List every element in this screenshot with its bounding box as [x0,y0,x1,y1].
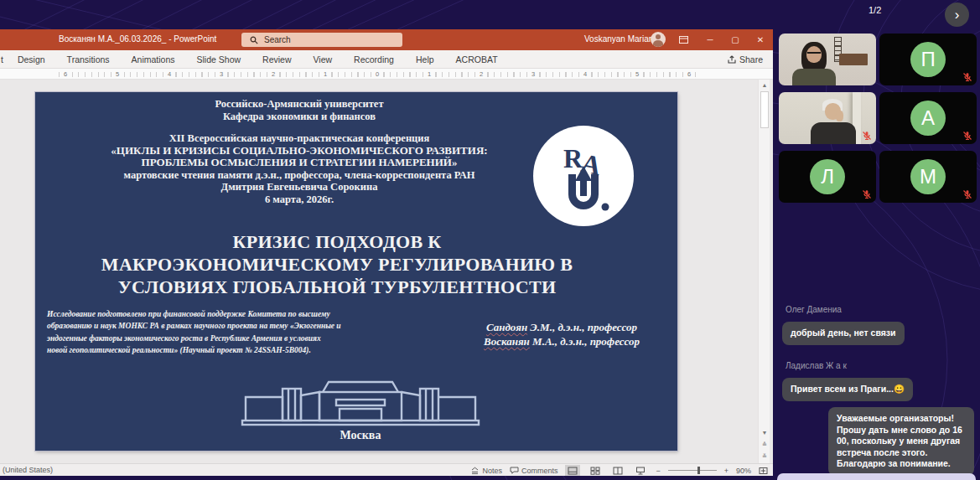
scroll-down-icon[interactable]: ▼ [759,427,770,438]
tab-insert-partial[interactable]: t [0,50,7,69]
horizontal-ruler[interactable]: 6 5 4 3 2 1 0 1 2 3 4 5 6 [0,69,773,80]
tab-help[interactable]: Help [405,50,445,69]
participant-initial: Л [810,159,845,194]
conference-line: ПРОБЛЕМЫ ОСМЫСЛЕНИЯ И СТРАТЕГИИ НАМЕРЕНИ… [35,157,563,169]
next-slide-icon[interactable]: ≚ [759,451,770,462]
document-title: Восканян М.А._06.03.2026_ - PowerPoint [59,34,216,44]
chat-input[interactable] [777,473,976,480]
notes-icon [470,467,480,474]
slide-sorter-icon [590,467,600,475]
zoom-slider-thumb[interactable] [697,467,700,474]
minimize-button[interactable]: ─ [697,29,723,50]
muted-mic-icon [862,131,872,141]
tab-acrobat[interactable]: ACROBAT [445,50,509,69]
normal-view-button[interactable] [565,465,580,476]
reading-view-button[interactable] [610,465,625,476]
account-name[interactable]: Voskanyan Mariam [584,34,656,44]
account-avatar[interactable] [651,32,666,47]
ribbon-display-options-button[interactable] [671,29,696,50]
participant-initial: П [910,42,946,77]
department-name: Кафедра экономики и финансов [35,111,563,123]
slide-show-icon [635,467,646,475]
meeting-panel: 1/2 › П [773,0,980,480]
zoom-slider[interactable] [668,470,717,471]
tab-review[interactable]: Review [251,50,302,69]
ribbon-tab-bar: t Design Transitions Animations Slide Sh… [0,50,773,69]
slide-header-block: Российско-Армянский университет Кафедра … [35,98,563,205]
conference-line: «ЦИКЛЫ И КРИЗИСЫ СОЦИАЛЬНО-ЭКОНОМИЧЕСКОГ… [35,145,563,157]
language-indicator[interactable]: (United States) [3,466,53,474]
search-input[interactable]: Search [241,33,402,47]
search-placeholder: Search [264,35,291,44]
gallery-page-indicator: 1/2 [869,5,881,15]
previous-slide-icon[interactable]: ≙ [759,439,770,450]
zoom-out-button[interactable]: − [656,467,660,475]
muted-mic-icon [962,189,972,199]
author-line: Сандоян Э.М., д.э.н., профессор [454,320,669,334]
author-line: Восканян М.А., д.э.н., профессор [454,334,669,348]
conference-line: XII Всероссийская научно-практическая ко… [35,132,563,145]
notes-button[interactable]: Notes [470,467,502,475]
chat-message: Привет всем из Праги...😀 [782,378,913,401]
rau-logo: R A [533,126,634,226]
close-button[interactable]: ✕ [748,29,773,50]
zoom-level[interactable]: 90% [736,467,751,475]
title-bar: Восканян М.А._06.03.2026_ - PowerPoint S… [0,29,773,50]
slide-show-button[interactable] [633,465,648,476]
building-graphic: Москва [239,372,482,442]
search-icon [250,36,258,44]
tab-design[interactable]: Design [7,50,56,69]
muted-mic-icon [962,72,972,82]
scrollbar-thumb[interactable] [760,91,769,128]
reading-view-icon [613,467,623,475]
conference-line: Дмитрия Евгеньевича Сорокина [35,181,563,194]
city-label: Москва [239,429,482,442]
status-bar: (United States) Notes Comments [0,463,773,476]
muted-mic-icon [962,131,972,141]
participant-initial: М [910,159,946,194]
muted-mic-icon [862,189,872,199]
powerpoint-window: Восканян М.А._06.03.2026_ - PowerPoint S… [0,29,773,476]
chat-message-own: Уважаемые организаторы! Прошу дать мне с… [828,407,974,476]
participant-initial: А [910,101,946,136]
tab-transitions[interactable]: Transitions [56,50,121,69]
authors-block: Сандоян Э.М., д.э.н., профессор Восканян… [454,320,669,348]
participant-video-tile[interactable] [779,34,876,85]
participant-initial-tile[interactable]: М [879,151,977,203]
comments-icon [510,467,519,474]
next-page-button[interactable]: › [945,3,969,27]
tab-slide-show[interactable]: Slide Show [186,50,252,69]
maximize-button[interactable]: ▢ [723,29,748,50]
university-name: Российско-Армянский университет [35,98,563,111]
chat-sender: Олег Дамениа [786,305,842,314]
fit-to-window-icon[interactable] [759,467,768,475]
chat-sender: Ладислав Ж а к [786,361,847,370]
scroll-up-icon[interactable]: ▲ [759,80,770,90]
slide-canvas[interactable]: Российско-Армянский университет Кафедра … [35,92,677,451]
slide-title: КРИЗИС ПОДХОДОВ К МАКРОЭКОНОМИЧЕСКОМУ РЕ… [44,230,630,298]
slide-sorter-view-button[interactable] [588,465,603,476]
participant-initial-tile[interactable]: Л [779,151,876,203]
tab-recording[interactable]: Recording [343,50,405,69]
tab-view[interactable]: View [303,50,344,69]
share-button[interactable]: Share [728,50,763,69]
slide-editor-area: Российско-Армянский университет Кафедра … [0,80,773,463]
chat-message: добрый день, нет связи [782,322,905,345]
conference-date: 6 марта, 2026г. [35,194,563,206]
zoom-in-button[interactable]: + [724,467,729,475]
chevron-right-icon: › [955,7,960,23]
comments-button[interactable]: Comments [510,467,558,475]
share-icon [728,55,736,64]
vertical-scrollbar[interactable]: ▲ ▼ ≙ ≚ [758,80,770,463]
participant-initial-tile[interactable]: А [879,92,977,144]
participant-initial-tile[interactable]: П [879,34,977,85]
tab-animations[interactable]: Animations [121,50,186,69]
conference-line: мартовские чтения памяти д.э.н., професс… [35,169,563,182]
normal-view-icon [568,467,578,475]
funding-note: Исследование подготовлено при финансовой… [47,308,342,356]
participant-video-tile[interactable] [779,92,876,144]
